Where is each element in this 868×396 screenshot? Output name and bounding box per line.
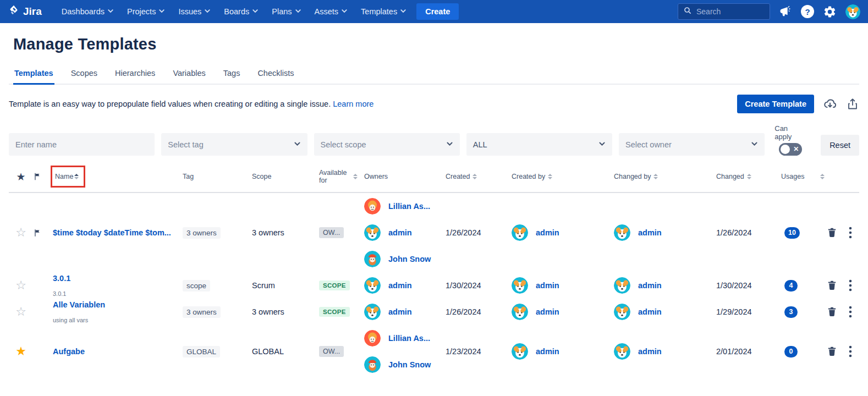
tab-templates[interactable]: Templates <box>13 64 54 85</box>
template-name-link[interactable]: $time $today $dateTime $tom... <box>53 228 171 237</box>
owners-column-header[interactable]: Owners <box>364 173 446 180</box>
name-filter-input[interactable] <box>15 140 148 149</box>
table-body: ☆ $time $today $dateTime $tom... 3 owner… <box>9 193 859 378</box>
changed-by-link[interactable]: admin <box>638 347 662 356</box>
created-by-link[interactable]: admin <box>536 281 559 290</box>
scope-column-header[interactable]: Scope <box>252 173 319 180</box>
chevron-down-icon <box>158 7 165 16</box>
owner-name-link[interactable]: Lillian As... <box>388 202 430 211</box>
search-input[interactable] <box>696 7 760 16</box>
template-name-link[interactable]: Aufgabe <box>53 347 85 356</box>
tag-filter-select[interactable]: Select tag <box>161 133 307 156</box>
available-for-column-header[interactable]: Available for <box>319 169 358 184</box>
tag-column-header[interactable]: Tag <box>183 173 252 180</box>
owner-filter-select[interactable]: Select owner <box>619 133 765 156</box>
jira-logo[interactable]: Jira <box>8 4 42 19</box>
owner-name-link[interactable]: admin <box>388 281 412 290</box>
settings-gear-icon[interactable] <box>823 5 837 19</box>
reset-button[interactable]: Reset <box>821 135 859 156</box>
tab-hierarchies[interactable]: Hierarchies <box>114 64 156 85</box>
nav-item-plans[interactable]: Plans <box>266 4 306 19</box>
changed-column-header[interactable]: Changed <box>716 173 781 180</box>
changed-by-link[interactable]: admin <box>638 307 662 316</box>
template-subtitle: 3.0.1 <box>53 290 183 297</box>
nav-item-templates[interactable]: Templates <box>355 4 412 19</box>
import-cloud-icon[interactable] <box>823 97 837 111</box>
tab-checklists[interactable]: Checklists <box>256 64 295 85</box>
announcement-icon[interactable] <box>779 5 792 18</box>
changed-by-avatar <box>614 224 630 241</box>
created-by-link[interactable]: admin <box>536 347 559 356</box>
changed-cell: 1/29/2024 <box>716 307 781 316</box>
more-kebab-icon[interactable] <box>849 305 852 318</box>
template-name-link[interactable]: 3.0.1 <box>53 274 70 283</box>
tab-variables[interactable]: Variables <box>172 64 206 85</box>
template-name-link[interactable]: Alle Variablen <box>53 300 105 309</box>
export-share-icon[interactable] <box>846 97 859 111</box>
tag-badge[interactable]: GLOBAL <box>183 346 220 358</box>
available-for-badge[interactable]: SCOPE <box>319 307 350 317</box>
created-column-header[interactable]: Created <box>446 173 512 180</box>
tab-tags[interactable]: Tags <box>222 64 241 85</box>
available-for-badge[interactable]: OW... <box>319 346 344 357</box>
favorite-star[interactable]: ★ <box>9 344 33 359</box>
scope-cell: 3 owners <box>252 228 319 237</box>
nav-item-issues[interactable]: Issues <box>173 4 216 19</box>
tag-badge[interactable]: 3 owners <box>183 306 221 318</box>
usages-badge[interactable]: 4 <box>784 280 798 292</box>
changed-cell: 1/26/2024 <box>716 228 781 237</box>
delete-trash-icon[interactable] <box>826 345 838 358</box>
owner-name-link[interactable]: admin <box>388 228 412 237</box>
create-template-button[interactable]: Create Template <box>737 95 814 113</box>
owner-name-link[interactable]: John Snow <box>388 360 431 369</box>
owner-name-link[interactable]: John Snow <box>388 255 431 263</box>
usages-badge[interactable]: 0 <box>784 346 798 358</box>
changed-by-column-header[interactable]: Changed by <box>614 173 716 180</box>
delete-trash-icon[interactable] <box>826 227 838 239</box>
created-by-link[interactable]: admin <box>536 307 559 316</box>
nav-item-projects[interactable]: Projects <box>122 4 171 19</box>
created-by-link[interactable]: admin <box>536 228 559 237</box>
flag-cell[interactable] <box>33 228 53 238</box>
page-title: Manage Templates <box>13 35 859 53</box>
changed-by-link[interactable]: admin <box>638 228 662 237</box>
help-icon[interactable]: ? <box>801 5 814 18</box>
tag-badge[interactable]: scope <box>183 280 210 292</box>
scope-filter-select[interactable]: Select scope <box>314 133 460 156</box>
favorite-star[interactable]: ☆ <box>9 305 33 319</box>
sort-icon <box>548 174 552 179</box>
owners-cell: admin <box>364 272 446 299</box>
usages-badge[interactable]: 3 <box>784 306 798 318</box>
more-kebab-icon[interactable] <box>849 279 852 292</box>
usages-column-header[interactable]: Usages <box>781 173 820 180</box>
type-filter-select[interactable]: ALL <box>466 133 612 156</box>
changed-by-link[interactable]: admin <box>638 281 662 290</box>
available-for-badge[interactable]: OW... <box>319 227 344 238</box>
nav-search-box[interactable] <box>678 3 770 20</box>
created-by-column-header[interactable]: Created by <box>512 173 614 180</box>
row-actions <box>820 345 859 358</box>
delete-trash-icon[interactable] <box>826 279 838 292</box>
favorite-star[interactable]: ☆ <box>9 278 33 293</box>
available-for-cell: SCOPE <box>319 280 364 290</box>
can-apply-toggle[interactable]: ✕ <box>779 143 802 156</box>
available-for-badge[interactable]: SCOPE <box>319 280 350 290</box>
nav-item-boards[interactable]: Boards <box>218 4 264 19</box>
flag-column-header[interactable] <box>33 172 53 182</box>
learn-more-link[interactable]: Learn more <box>333 100 373 108</box>
tab-scopes[interactable]: Scopes <box>70 64 98 85</box>
more-kebab-icon[interactable] <box>849 226 852 239</box>
usages-badge[interactable]: 10 <box>784 227 800 239</box>
owner-name-link[interactable]: Lillian As... <box>388 334 430 343</box>
tag-badge[interactable]: 3 owners <box>183 227 221 239</box>
favorite-star[interactable]: ☆ <box>9 226 33 240</box>
create-button[interactable]: Create <box>416 3 459 20</box>
name-column-header[interactable]: Name <box>53 172 183 182</box>
owner-name-link[interactable]: admin <box>388 307 412 316</box>
nav-item-dashboards[interactable]: Dashboards <box>56 4 119 19</box>
user-avatar[interactable] <box>845 4 860 19</box>
favorite-column-header[interactable]: ★ <box>9 170 33 183</box>
nav-item-assets[interactable]: Assets <box>309 4 354 19</box>
more-kebab-icon[interactable] <box>849 345 852 358</box>
delete-trash-icon[interactable] <box>826 306 838 318</box>
